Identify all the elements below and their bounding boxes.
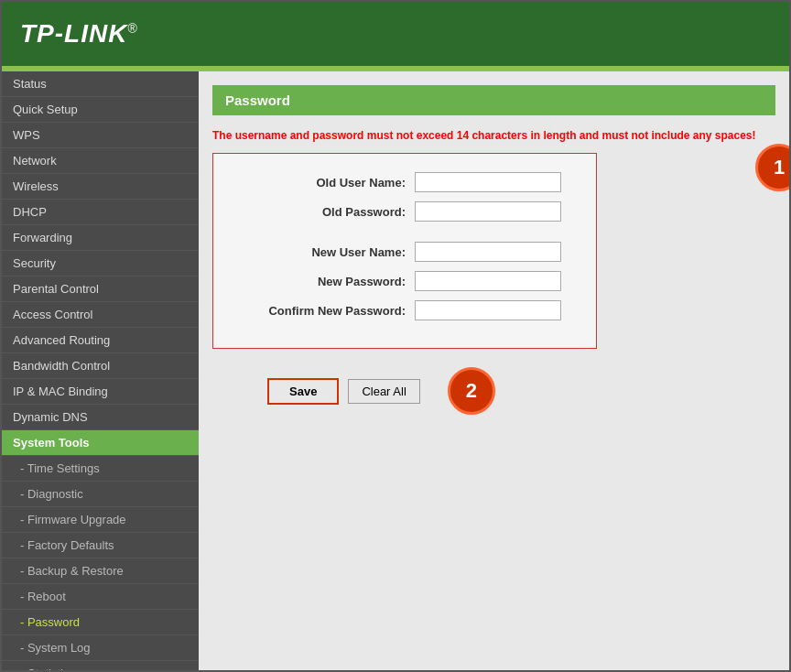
save-button[interactable]: Save: [267, 378, 339, 405]
new-username-row: New User Name:: [241, 242, 569, 262]
sidebar: StatusQuick SetupWPSNetworkWirelessDHCPF…: [2, 71, 199, 670]
logo: TP-LINK®: [20, 19, 138, 49]
new-username-label: New User Name:: [241, 245, 406, 259]
main-area: StatusQuick SetupWPSNetworkWirelessDHCPF…: [2, 71, 789, 670]
clear-button[interactable]: Clear All: [348, 379, 419, 404]
old-password-input[interactable]: [415, 201, 561, 222]
sidebar-item[interactable]: - Password: [2, 610, 199, 635]
sidebar-item[interactable]: - Factory Defaults: [2, 533, 199, 558]
old-username-row: Old User Name:: [241, 172, 569, 192]
logo-text: TP-LINK: [20, 19, 127, 48]
buttons-row: Save Clear All 2: [212, 367, 775, 415]
sidebar-item[interactable]: Parental Control: [2, 276, 199, 302]
confirm-password-row: Confirm New Password:: [241, 300, 569, 320]
old-password-label: Old Password:: [241, 205, 406, 219]
sidebar-item[interactable]: Wireless: [2, 174, 199, 200]
form-annotation-area: Old User Name: Old Password: New User Na…: [212, 153, 775, 349]
header: TP-LINK®: [2, 2, 789, 66]
confirm-password-input[interactable]: [415, 300, 561, 320]
form-spacer: [241, 231, 569, 242]
content-inner: Password The username and password must …: [199, 71, 789, 428]
annotation-2: 2: [448, 367, 495, 415]
sidebar-item[interactable]: - Firmware Upgrade: [2, 507, 199, 533]
page-title: Password: [225, 92, 290, 108]
sidebar-item[interactable]: - Reboot: [2, 584, 199, 610]
sidebar-item[interactable]: - Statistics: [2, 661, 199, 670]
new-password-input[interactable]: [415, 271, 561, 291]
sidebar-item[interactable]: - System Log: [2, 635, 199, 661]
sidebar-item[interactable]: - Diagnostic: [2, 482, 199, 507]
sidebar-item[interactable]: Security: [2, 251, 199, 276]
new-password-row: New Password:: [241, 271, 569, 291]
old-password-row: Old Password:: [241, 201, 569, 222]
sidebar-item[interactable]: Advanced Routing: [2, 328, 199, 353]
old-username-input[interactable]: [415, 172, 561, 192]
sidebar-item[interactable]: Dynamic DNS: [2, 405, 199, 430]
old-username-label: Old User Name:: [241, 176, 406, 190]
registered-symbol: ®: [127, 21, 137, 36]
sidebar-item[interactable]: Bandwidth Control: [2, 353, 199, 379]
page-title-bar: Password: [212, 85, 775, 115]
warning-text: The username and password must not excee…: [212, 129, 775, 142]
new-password-label: New Password:: [241, 275, 406, 288]
sidebar-item[interactable]: - Time Settings: [2, 456, 199, 482]
new-username-input[interactable]: [415, 242, 561, 262]
password-form: Old User Name: Old Password: New User Na…: [212, 153, 597, 349]
sidebar-item[interactable]: WPS: [2, 123, 199, 148]
sidebar-item[interactable]: Access Control: [2, 302, 199, 328]
sidebar-item[interactable]: Status: [2, 71, 199, 97]
sidebar-item[interactable]: IP & MAC Binding: [2, 379, 199, 405]
content-area: Password The username and password must …: [199, 71, 789, 670]
annotation-1: 1: [755, 144, 789, 191]
sidebar-item[interactable]: System Tools: [2, 430, 199, 456]
sidebar-item[interactable]: Quick Setup: [2, 97, 199, 123]
confirm-password-label: Confirm New Password:: [241, 304, 406, 318]
sidebar-item[interactable]: Forwarding: [2, 225, 199, 251]
sidebar-item[interactable]: Network: [2, 148, 199, 174]
sidebar-item[interactable]: - Backup & Restore: [2, 558, 199, 584]
sidebar-item[interactable]: DHCP: [2, 200, 199, 225]
